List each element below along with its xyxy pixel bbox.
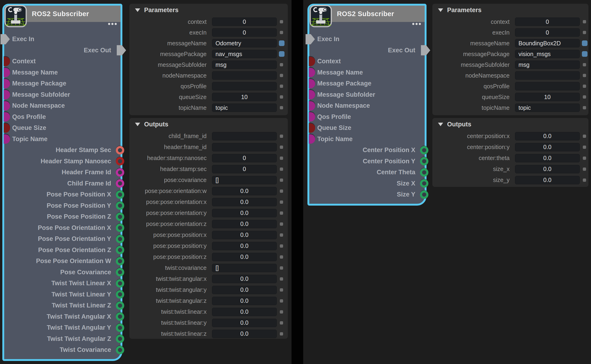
attribute-state-badge[interactable] <box>582 51 587 57</box>
attribute-value-field[interactable]: 0.0 <box>212 242 277 250</box>
attribute-value-field[interactable]: 10 <box>515 93 580 101</box>
node-ros2-subscriber-boundingbox2d[interactable]: ROS2 Subscriber Exec In Exec Out Context… <box>308 4 427 206</box>
port-connector-icon[interactable] <box>116 335 124 343</box>
attribute-value-field[interactable]: topic <box>212 104 277 112</box>
attribute-value-field[interactable]: 0.0 <box>212 187 277 195</box>
graph-canvas-left[interactable]: ROS2 Subscriber Exec In Exec Out Context… <box>0 0 291 364</box>
port-connector-icon[interactable] <box>4 123 10 133</box>
port-connector-icon[interactable] <box>309 134 315 144</box>
attribute-value-field[interactable]: 0.0 <box>212 297 277 305</box>
port-connector-icon[interactable] <box>116 168 124 177</box>
attribute-value-field[interactable] <box>515 82 580 91</box>
attribute-value-field[interactable]: 10 <box>212 93 277 101</box>
attribute-value-field[interactable]: 0.0 <box>212 275 277 283</box>
attribute-value-field[interactable] <box>515 71 580 80</box>
section-header-outputs[interactable]: Outputs <box>432 118 588 130</box>
attribute-value-field[interactable]: 0.0 <box>212 198 277 206</box>
attribute-value-field[interactable]: 0.0 <box>212 220 277 228</box>
port-connector-icon[interactable] <box>420 190 428 199</box>
port-connector-icon[interactable] <box>309 90 315 99</box>
attribute-value-field[interactable]: Odometry <box>212 39 277 47</box>
attribute-value-field[interactable]: 0.0 <box>515 176 580 184</box>
port-connector-icon[interactable] <box>116 157 124 165</box>
port-connector-icon[interactable] <box>116 324 124 332</box>
attribute-value-field[interactable]: 0.0 <box>212 308 277 316</box>
attribute-value-field[interactable]: vision_msgs <box>515 50 580 58</box>
node-ros2-subscriber-odometry[interactable]: ROS2 Subscriber Exec In Exec Out Context… <box>2 4 122 361</box>
port-connector-icon[interactable] <box>116 146 124 154</box>
attribute-state-badge[interactable] <box>583 95 586 99</box>
attribute-value-field[interactable]: 0.0 <box>212 253 277 261</box>
attribute-value-field[interactable]: 0.0 <box>212 286 277 294</box>
port-connector-icon[interactable] <box>116 213 124 221</box>
port-connector-icon[interactable] <box>117 45 126 55</box>
attribute-value-field[interactable]: nav_msgs <box>212 50 277 58</box>
attribute-state-badge[interactable] <box>280 321 283 325</box>
attribute-value-field[interactable] <box>212 143 277 151</box>
graph-canvas-right[interactable]: ROS2 Subscriber Exec In Exec Out Context… <box>303 0 591 364</box>
port-connector-icon[interactable] <box>420 157 428 165</box>
attribute-state-badge[interactable] <box>280 31 283 34</box>
attribute-value-field[interactable]: 0 <box>212 28 277 37</box>
more-options-dots-icon[interactable] <box>108 23 117 25</box>
attribute-state-badge[interactable] <box>583 74 586 77</box>
collapse-triangle-icon[interactable] <box>438 123 443 126</box>
attribute-value-field[interactable] <box>212 82 277 91</box>
port-connector-icon[interactable] <box>420 179 428 188</box>
attribute-state-badge[interactable] <box>583 106 586 109</box>
attribute-state-badge[interactable] <box>583 168 586 171</box>
attribute-value-field[interactable]: 0 <box>515 28 580 37</box>
port-connector-icon[interactable] <box>4 79 10 88</box>
port-connector-icon[interactable] <box>0 34 10 44</box>
section-header-parameters[interactable]: Parameters <box>129 4 288 16</box>
attribute-value-field[interactable]: 0.0 <box>212 231 277 239</box>
attribute-value-field[interactable] <box>212 71 277 80</box>
port-connector-icon[interactable] <box>306 34 315 44</box>
more-options-dots-icon[interactable] <box>412 23 421 25</box>
attribute-state-badge[interactable] <box>280 277 283 281</box>
port-connector-icon[interactable] <box>309 79 315 88</box>
attribute-state-badge[interactable] <box>280 146 283 149</box>
attribute-value-field[interactable]: 0 <box>212 154 277 162</box>
port-connector-icon[interactable] <box>4 112 10 122</box>
attribute-state-badge[interactable] <box>280 332 283 336</box>
attribute-state-badge[interactable] <box>280 234 283 237</box>
port-connector-icon[interactable] <box>116 301 124 310</box>
attribute-state-badge[interactable] <box>280 201 283 204</box>
attribute-state-badge[interactable] <box>280 135 283 138</box>
port-connector-icon[interactable] <box>4 90 10 99</box>
port-connector-icon[interactable] <box>309 123 315 133</box>
collapse-triangle-icon[interactable] <box>438 8 443 12</box>
attribute-state-badge[interactable] <box>280 266 283 270</box>
attribute-state-badge[interactable] <box>280 244 283 248</box>
attribute-state-badge[interactable] <box>280 168 283 171</box>
attribute-state-badge[interactable] <box>583 156 586 160</box>
section-header-parameters[interactable]: Parameters <box>432 4 588 16</box>
port-connector-icon[interactable] <box>116 224 124 232</box>
attribute-state-badge[interactable] <box>583 178 586 182</box>
port-connector-icon[interactable] <box>116 179 124 188</box>
port-connector-icon[interactable] <box>309 57 315 66</box>
port-connector-icon[interactable] <box>116 290 124 299</box>
attribute-state-badge[interactable] <box>280 74 283 77</box>
collapse-triangle-icon[interactable] <box>135 8 140 12</box>
attribute-value-field[interactable]: 0.0 <box>212 209 277 217</box>
port-connector-icon[interactable] <box>4 57 10 66</box>
attribute-value-field[interactable]: [] <box>212 176 277 184</box>
attribute-value-field[interactable]: msg <box>515 60 580 69</box>
attribute-value-field[interactable]: 0.0 <box>515 165 580 173</box>
attribute-state-badge[interactable] <box>280 95 283 99</box>
attribute-state-badge[interactable] <box>279 51 284 57</box>
attribute-state-badge[interactable] <box>280 156 283 160</box>
section-header-outputs[interactable]: Outputs <box>129 118 288 130</box>
port-connector-icon[interactable] <box>116 190 124 199</box>
attribute-state-badge[interactable] <box>280 106 283 109</box>
attribute-value-field[interactable]: 0.0 <box>212 319 277 327</box>
attribute-state-badge[interactable] <box>280 310 283 313</box>
port-connector-icon[interactable] <box>4 101 10 110</box>
collapse-triangle-icon[interactable] <box>135 123 140 126</box>
attribute-state-badge[interactable] <box>280 178 283 182</box>
attribute-value-field[interactable]: 0.0 <box>515 132 580 140</box>
port-connector-icon[interactable] <box>309 112 315 122</box>
attribute-state-badge[interactable] <box>280 63 283 66</box>
